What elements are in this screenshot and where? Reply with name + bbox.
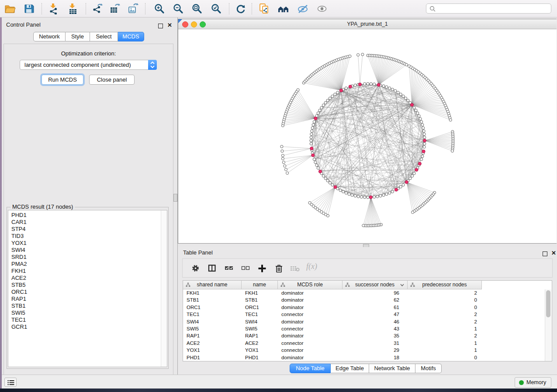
hide-selected-icon[interactable] [297, 3, 308, 14]
import-table-icon[interactable] [67, 3, 79, 14]
table-scrollbar[interactable] [545, 289, 551, 361]
table-settings-gear-icon[interactable] [191, 264, 200, 272]
open-file-icon[interactable] [4, 3, 16, 14]
table-cell: 46 [343, 318, 408, 325]
mcds-result-item[interactable]: ORC1 [8, 289, 167, 296]
tab-select[interactable]: Select [90, 32, 118, 41]
close-panel-icon[interactable]: ✕ [167, 23, 172, 28]
clone-network-icon[interactable] [259, 3, 270, 14]
close-panel-button[interactable]: Close panel [89, 75, 135, 85]
import-network-icon[interactable] [48, 3, 59, 14]
table-row[interactable]: RAP1RAP1dominator352 [183, 332, 546, 339]
tab-network-table[interactable]: Network Table [369, 364, 415, 373]
table-scrollbar-thumb[interactable] [546, 290, 550, 317]
show-all-icon[interactable] [316, 3, 328, 14]
refresh-icon[interactable] [235, 3, 246, 14]
delete-column-icon[interactable] [275, 264, 283, 273]
first-neighbors-icon[interactable] [278, 3, 289, 14]
mcds-result-item[interactable]: FKH1 [8, 268, 167, 275]
mcds-result-item[interactable]: STB5 [8, 282, 167, 289]
zoom-fit-icon[interactable] [191, 3, 203, 14]
search-input[interactable] [438, 5, 550, 13]
table-row[interactable]: SWI5SWI5connector431 [183, 325, 546, 332]
run-mcds-button[interactable]: Run MCDS [42, 75, 83, 85]
column-header-name[interactable]: name [242, 281, 278, 289]
tab-mcds[interactable]: MCDS [118, 32, 144, 41]
table-cell: 1 [408, 340, 482, 347]
column-header-mcds-role[interactable]: MCDS role [278, 281, 343, 289]
node-table-header: shared name name MCDS role successor nod… [183, 281, 552, 289]
export-network-icon[interactable] [92, 3, 103, 14]
delete-table-icon[interactable] [290, 266, 300, 272]
memory-button[interactable]: Memory [515, 377, 551, 388]
zoom-selected-icon[interactable] [211, 3, 222, 14]
horizontal-splitter[interactable] [178, 244, 557, 247]
mcds-result-item[interactable]: YOX1 [8, 240, 167, 247]
table-cell: STB1 [183, 296, 242, 303]
network-window-titlebar[interactable]: YPA_prune.txt_1 [178, 19, 557, 29]
optimization-criterion-label: Optimization criterion: [4, 50, 173, 57]
mcds-result-item[interactable]: PHD1 [8, 212, 167, 219]
network-view-window: YPA_prune.txt_1 [178, 19, 557, 244]
tab-node-table[interactable]: Node Table [290, 364, 331, 373]
close-table-panel-icon[interactable]: ✕ [551, 251, 556, 255]
mcds-result-item[interactable]: SWI4 [8, 247, 167, 254]
unselect-all-columns-icon[interactable] [241, 264, 250, 272]
mcds-result-item[interactable]: SRD1 [8, 254, 167, 261]
tab-motifs[interactable]: Motifs [415, 364, 442, 373]
tab-style[interactable]: Style [66, 32, 90, 41]
table-row[interactable]: ACE2ACE2connector311 [183, 340, 546, 347]
table-row[interactable]: TEC1TEC1connector472 [183, 311, 546, 318]
column-header-predecessor-nodes[interactable]: predecessor nodes [408, 281, 482, 289]
table-cell: SWI5 [183, 325, 242, 332]
tab-edge-table[interactable]: Edge Table [331, 364, 369, 373]
mcds-result-item[interactable]: CAR1 [8, 219, 167, 226]
save-session-icon[interactable] [24, 3, 35, 14]
mcds-result-item[interactable]: STB1 [8, 303, 167, 309]
column-header-shared-name[interactable]: shared name [183, 281, 242, 289]
table-cell: RAP1 [242, 332, 278, 339]
zoom-in-icon[interactable] [154, 3, 165, 14]
table-cell: 2 [408, 311, 482, 318]
table-cell: 0 [408, 354, 482, 361]
mcds-result-item[interactable]: TEC1 [8, 316, 167, 323]
mcds-result-item[interactable]: ACE2 [8, 275, 167, 282]
table-row[interactable]: ORC1ORC1dominator610 [183, 304, 546, 311]
table-row[interactable]: STB1STB1dominator620 [183, 296, 546, 303]
mcds-result-item[interactable]: RAP1 [8, 296, 167, 303]
select-all-columns-icon[interactable] [225, 264, 233, 272]
tab-network[interactable]: Network [33, 32, 66, 41]
table-row[interactable]: SWI4SWI4dominator462 [183, 318, 546, 325]
zoom-out-icon[interactable] [173, 3, 184, 14]
vertical-splitter-grip[interactable] [173, 194, 177, 202]
show-columns-icon[interactable] [208, 264, 216, 272]
table-row[interactable]: PHD1PHD1dominator180 [183, 354, 546, 361]
table-row[interactable]: FKH1FKH1dominator962 [183, 289, 546, 296]
criterion-select[interactable]: largest connected component (undirected) [20, 60, 157, 70]
mcds-result-title: MCDS result (17 nodes) [10, 203, 75, 210]
float-table-panel-icon[interactable] [543, 251, 547, 256]
search-box [426, 3, 551, 14]
add-column-icon[interactable] [258, 264, 266, 273]
toolbar-separator [86, 3, 86, 14]
mcds-result-item[interactable]: STP4 [8, 226, 167, 233]
export-table-icon[interactable] [109, 3, 121, 14]
result-scrollbar[interactable] [161, 210, 167, 367]
table-cell: 2 [408, 318, 482, 325]
export-image-icon[interactable] [128, 3, 139, 14]
table-row[interactable]: YOX1YOX1connector291 [183, 347, 546, 354]
float-panel-icon[interactable] [158, 24, 163, 28]
mcds-result-item[interactable]: GCR1 [8, 323, 167, 330]
toolbar-separator [252, 3, 252, 14]
network-canvas[interactable] [178, 29, 556, 243]
table-cell: 18 [343, 354, 408, 361]
mcds-result-item[interactable]: SWI5 [8, 309, 167, 316]
mcds-result-item[interactable]: PMA2 [8, 261, 167, 268]
table-cell: FKH1 [183, 289, 242, 296]
table-panel: Table Panel ✕ f(x) shared name name MCDS… [178, 247, 557, 375]
function-builder-icon[interactable]: f(x) [306, 262, 317, 271]
column-header-successor-nodes[interactable]: successor nodes [343, 281, 408, 289]
mcds-result-item[interactable]: TID3 [8, 233, 167, 240]
mcds-result-box: MCDS result (17 nodes) PHD1CAR1STP4TID3Y… [7, 207, 169, 369]
task-history-button[interactable] [4, 378, 17, 387]
